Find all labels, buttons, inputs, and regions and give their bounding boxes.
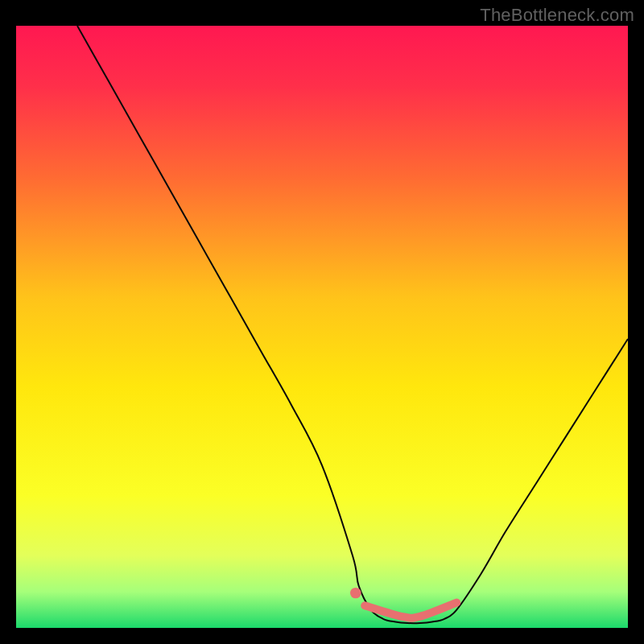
curve-layer [16, 26, 628, 628]
watermark-text: TheBottleneck.com [480, 5, 634, 26]
start-marker-dot [350, 588, 361, 598]
plot-area [16, 26, 628, 628]
chart-stage: TheBottleneck.com [0, 0, 644, 644]
bottleneck-curve [77, 26, 628, 623]
